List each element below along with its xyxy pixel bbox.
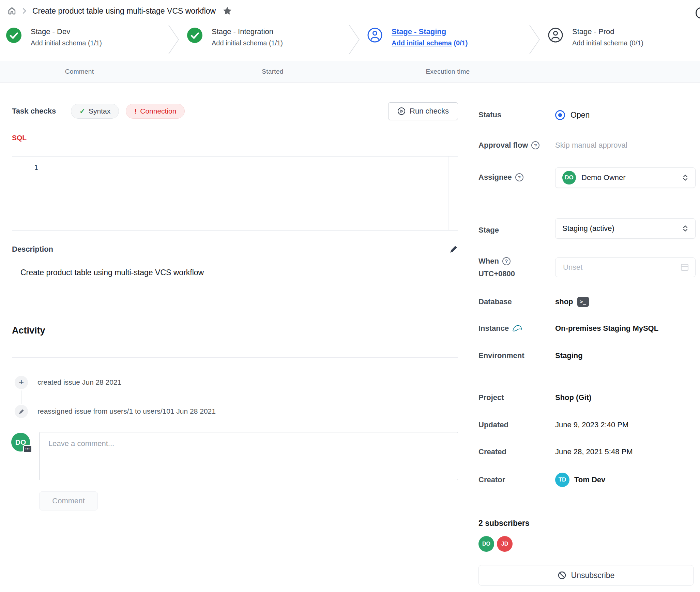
stage-title: Stage - Dev — [31, 27, 102, 37]
person-circle-icon — [367, 28, 382, 48]
task-table-header: Comment Started Execution time — [0, 61, 700, 83]
created-label: Created — [478, 445, 506, 459]
column-header-comment: Comment — [65, 68, 94, 75]
help-icon[interactable]: ? — [531, 141, 539, 149]
stage-pipeline: Stage - Dev Add initial schema (1/1) Sta… — [0, 22, 700, 61]
person-circle-icon — [548, 28, 563, 48]
subscribers-heading: 2 subscribers — [478, 516, 530, 530]
help-icon[interactable]: ? — [502, 257, 511, 265]
instance-value: On-premises Staging MySQL — [555, 322, 658, 335]
description-label: Description — [12, 245, 53, 254]
plus-icon: + — [15, 376, 28, 389]
check-circle-icon — [6, 28, 21, 48]
stage-task: Add initial schema (0/1) — [572, 38, 643, 48]
stage-separator-chevron — [529, 25, 541, 55]
updated-value: June 9, 2023 2:40 PM — [555, 418, 628, 432]
when-label: When? UTC+0800 — [478, 255, 515, 280]
avatar[interactable]: DO — [478, 536, 494, 552]
task-checks-label: Task checks — [12, 107, 56, 116]
activity-heading: Activity — [12, 325, 45, 336]
check-badge-syntax[interactable]: ✓ Syntax — [71, 104, 119, 119]
environment-value: Staging — [555, 349, 583, 362]
project-value: Shop (Git) — [555, 391, 591, 404]
database-label: Database — [478, 295, 512, 309]
comment-button[interactable]: Comment — [39, 491, 98, 510]
sql-editor-terminal-icon[interactable]: >_ — [577, 297, 589, 307]
run-checks-button[interactable]: Run checks — [388, 102, 458, 120]
when-date-input[interactable]: Unset — [555, 257, 696, 277]
sql-section-label: SQL — [12, 134, 27, 142]
play-circle-icon — [397, 107, 406, 115]
stage-item-prod[interactable]: Stage - Prod Add initial schema (0/1) — [548, 27, 643, 48]
creator-value: TD Tom Dev — [555, 473, 605, 487]
page-title: Create product table using multi-stage V… — [32, 6, 216, 16]
stage-select[interactable]: Staging (active) — [555, 218, 696, 239]
approval-flow-value: Skip manual approval — [555, 138, 627, 152]
creator-label: Creator — [478, 473, 505, 487]
check-badge-connection[interactable]: ! Connection — [126, 104, 185, 119]
divider — [478, 203, 700, 203]
chat-bubble-icon: ••• — [23, 445, 32, 453]
main-content: Task checks ✓ Syntax ! Connection Run ch… — [0, 83, 468, 592]
status-value: Open — [555, 108, 590, 122]
timezone-label: UTC+0800 — [478, 269, 515, 278]
assignee-label: Assignee ? — [478, 171, 523, 184]
home-icon[interactable] — [7, 6, 16, 15]
task-checks-row: Task checks ✓ Syntax ! Connection Run ch… — [12, 102, 458, 120]
avatar: TD — [555, 473, 569, 487]
unsubscribe-button[interactable]: Unsubscribe — [478, 565, 694, 586]
avatar: DO ••• — [11, 433, 30, 452]
issue-sidebar: Status Open Approval flow ? Skip manual … — [468, 83, 700, 592]
activity-item: created issue Jun 28 2021 — [37, 378, 121, 387]
stage-title: Stage - Integration — [212, 27, 283, 37]
updated-label: Updated — [478, 418, 508, 432]
edit-pencil-icon[interactable] — [449, 245, 458, 254]
help-icon[interactable]: ? — [515, 173, 523, 181]
radio-selected-icon[interactable] — [555, 110, 565, 120]
instance-label: Instance — [478, 322, 522, 335]
sql-editor[interactable]: 1 — [12, 156, 458, 231]
comment-input[interactable] — [39, 432, 458, 480]
column-header-execution-time: Execution time — [426, 68, 470, 75]
prohibited-icon — [558, 571, 566, 580]
divider — [12, 357, 458, 358]
created-value: June 28, 2021 5:48 PM — [555, 445, 633, 459]
avatar[interactable]: JD — [497, 536, 513, 552]
project-label: Project — [478, 391, 504, 404]
stage-item-staging[interactable]: Stage - Staging Add initial schema (0/1) — [367, 27, 468, 48]
pencil-icon — [15, 405, 28, 418]
status-label: Status — [478, 108, 501, 122]
stage-task-link[interactable]: Add initial schema (0/1) — [392, 38, 468, 48]
editor-line-number: 1 — [34, 163, 38, 172]
issue-detail-page: Create product table using multi-stage V… — [0, 0, 700, 592]
description-header: Description — [12, 245, 458, 254]
stage-item-integration[interactable]: Stage - Integration Add initial schema (… — [187, 27, 283, 48]
avatar: DO — [562, 171, 576, 184]
mysql-dolphin-icon — [512, 324, 522, 333]
activity-item: reassigned issue from users/1 to users/1… — [37, 406, 216, 416]
approval-flow-label: Approval flow ? — [478, 138, 539, 152]
stage-title: Stage - Prod — [572, 27, 643, 37]
database-value: shop >_ — [555, 295, 589, 309]
divider — [478, 376, 700, 376]
select-caret-icon — [682, 174, 689, 182]
breadcrumb: Create product table using multi-stage V… — [0, 0, 700, 22]
stage-separator-chevron — [168, 25, 180, 55]
calendar-icon — [680, 263, 689, 272]
star-icon[interactable] — [223, 6, 232, 16]
description-text: Create product table using multi-stage V… — [20, 268, 204, 277]
column-header-started: Started — [262, 68, 283, 75]
check-ok-icon: ✓ — [79, 107, 85, 115]
environment-label: Environment — [478, 349, 524, 362]
check-error-icon: ! — [134, 107, 137, 115]
assignee-select[interactable]: DO Demo Owner — [555, 167, 696, 188]
stage-label: Stage — [478, 223, 499, 237]
check-circle-icon — [187, 28, 202, 48]
stage-task: Add initial schema (1/1) — [212, 38, 283, 48]
stage-task: Add initial schema (1/1) — [31, 38, 102, 48]
stage-item-dev[interactable]: Stage - Dev Add initial schema (1/1) — [6, 27, 102, 48]
stage-separator-chevron — [349, 25, 360, 55]
activity-connector-line — [21, 390, 21, 404]
stage-title-link[interactable]: Stage - Staging — [392, 27, 468, 37]
divider — [478, 499, 700, 499]
